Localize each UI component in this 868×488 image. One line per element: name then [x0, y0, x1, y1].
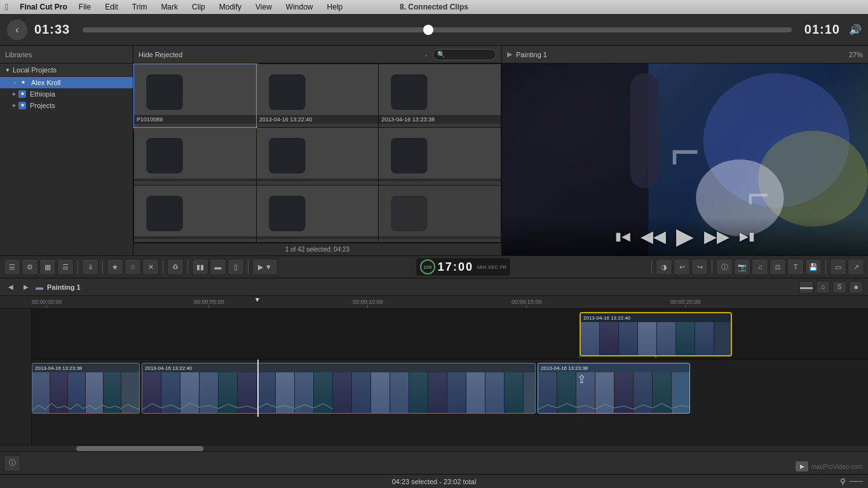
browser: Hide Rejected ⌄ P10100892013-04-16 13:22… — [133, 46, 502, 255]
grid-view-btn[interactable]: ▦ — [39, 259, 56, 275]
zoom-slider[interactable]: ─── — [850, 478, 863, 485]
back-button[interactable]: ‹ — [6, 19, 28, 41]
import-btn[interactable]: ⇓ — [82, 259, 98, 275]
reject-btn[interactable]: ✕ — [142, 259, 159, 275]
clip-info-btn[interactable]: ⓘ — [4, 455, 20, 471]
browser-clip-2[interactable]: 2013-04-16 13:23:38 — [379, 64, 501, 127]
tl-appearance-btn[interactable]: ▬▬ — [799, 281, 813, 294]
menu-modify[interactable]: Modify — [217, 2, 244, 12]
clip-v2-btn[interactable]: ▬ — [210, 259, 226, 275]
select-tool-btn[interactable]: ▶ ▼ — [252, 259, 278, 275]
undo-btn[interactable]: ↩ — [674, 259, 690, 275]
toggle-libraries-btn[interactable]: ☰ — [4, 259, 20, 275]
browser-clip-6[interactable] — [134, 186, 256, 242]
timecode-right: 01:10 — [804, 22, 840, 37]
app-name[interactable]: Final Cut Pro — [20, 3, 67, 11]
watermark: ▶ macProVideo.com — [796, 461, 863, 471]
viewer-canvas: ⌐ ⌐ ▮◀ ◀◀ ▶ ▶▶ ▶▮ — [502, 64, 868, 255]
browser-settings-btn[interactable]: ⚙ — [22, 259, 38, 275]
scrubber-handle[interactable] — [423, 25, 433, 35]
unfavorite-btn[interactable]: ☆ — [125, 259, 141, 275]
sidebar-local-projects[interactable]: ▼ Local Projects — [0, 64, 133, 77]
watermark-icon: ▶ — [796, 461, 808, 471]
clip-mid[interactable]: 2013-04-16 13:22:40 — [142, 363, 536, 414]
clip-right[interactable]: 2013-04-16 13:23:38 — [538, 363, 690, 414]
menu-clip[interactable]: Clip — [189, 2, 208, 12]
menu-file[interactable]: File — [76, 2, 93, 12]
browser-clip-1[interactable]: 2013-04-16 13:22:40 — [257, 64, 379, 127]
goto-end-icon[interactable]: ▶▮ — [740, 229, 755, 243]
redo-btn[interactable]: ↪ — [691, 259, 708, 275]
film-frame — [333, 372, 352, 413]
menu-trim[interactable]: Trim — [130, 2, 150, 12]
connected-clip[interactable]: 2013-04-16 13:22:40 — [580, 312, 732, 356]
zoom-out-icon[interactable]: ⚲ — [840, 477, 846, 486]
text-btn[interactable]: T — [787, 259, 804, 275]
correction-btn[interactable]: ♻ — [167, 259, 184, 275]
browser-clip-4[interactable] — [257, 128, 379, 184]
volume-icon[interactable]: 🔊 — [849, 24, 862, 36]
tc-circle: 100 — [420, 259, 435, 274]
toolbar-row: ☰ ⚙ ▦ ☰ ⇓ ★ ☆ ✕ ♻ ▮▮ ▬ ▯ ▶ ▼ 100 17:00 M… — [0, 255, 868, 278]
watermark-text: macProVideo.com — [811, 463, 863, 470]
clip-left[interactable]: 2013-04-16 13:23:38 — [32, 363, 140, 414]
tl-header-right: ▬▬ ♫ S ■ — [799, 281, 863, 294]
toolbar-sep-1 — [78, 260, 78, 274]
clip-thumb-label-5 — [379, 179, 501, 181]
sidebar-libraries-label: Libraries — [5, 51, 32, 58]
tl-waveform-btn[interactable]: ♫ — [816, 281, 830, 294]
fast-forward-icon[interactable]: ▶▶ — [704, 227, 729, 247]
clip-thumb-img-7 — [257, 186, 379, 236]
browser-grid: P10100892013-04-16 13:22:402013-04-16 13… — [133, 64, 501, 243]
sidebar-item-alex-kroll[interactable]: ▼ ★ Alex Kroll — [0, 77, 133, 88]
favorite-btn[interactable]: ★ — [107, 259, 123, 275]
local-projects-label: Local Projects — [13, 66, 57, 74]
tl-next-btn[interactable]: ▶ — [20, 281, 32, 293]
tl-snapping-btn[interactable]: ■ — [849, 281, 863, 294]
sidebar-item-ethiopia[interactable]: ▶ ★ Ethiopia — [0, 88, 133, 100]
apple-logo-icon[interactable]:  — [5, 2, 8, 12]
menu-window[interactable]: Window — [283, 2, 316, 12]
menu-edit[interactable]: Edit — [102, 2, 121, 12]
browser-clip-0[interactable]: P1010089 — [134, 64, 256, 127]
filter-indicator: ⌄ — [424, 51, 429, 58]
menu-mark[interactable]: Mark — [158, 2, 180, 12]
share-btn[interactable]: ↗ — [848, 259, 864, 275]
clip-thumb-img-4 — [257, 128, 379, 179]
audio-btn[interactable]: ♫ — [752, 259, 768, 275]
timeline-scroll-handle[interactable] — [76, 446, 203, 451]
menu-help[interactable]: Help — [325, 2, 346, 12]
clip-left-header: 2013-04-16 13:23:38 — [32, 363, 139, 372]
browser-clip-3[interactable] — [134, 128, 256, 184]
rewind-icon[interactable]: ◀◀ — [641, 227, 666, 247]
sidebar-item-projects[interactable]: ▶ ★ Projects — [0, 100, 133, 111]
expand-icon: ▼ — [13, 81, 17, 85]
clip-thumb-label-3 — [134, 179, 256, 181]
camera-btn[interactable]: 📷 — [734, 259, 750, 275]
star-icon-eth: ★ — [18, 90, 26, 98]
list-view-btn[interactable]: ☰ — [57, 259, 74, 275]
menu-view[interactable]: View — [253, 2, 275, 12]
browser-clip-8[interactable] — [379, 186, 501, 242]
effects-btn[interactable]: ⚖ — [770, 259, 786, 275]
tl-skimming-btn[interactable]: S — [832, 281, 846, 294]
tc-sub-labels: MIN SEC FR — [477, 264, 506, 270]
inspector-btn[interactable]: ⓘ — [716, 259, 733, 275]
timeline-scrollbar[interactable] — [0, 445, 868, 451]
goto-start-icon[interactable]: ▮◀ — [615, 229, 630, 243]
clip-appearance-btn[interactable]: ▮▮ — [192, 259, 208, 275]
play-icon[interactable]: ▶ — [676, 223, 694, 250]
expand-icon-eth: ▶ — [13, 92, 16, 97]
film-frame — [695, 322, 714, 355]
browser-clip-5[interactable] — [379, 128, 501, 184]
generator-btn[interactable]: 💾 — [805, 259, 822, 275]
clip-v3-btn[interactable]: ▯ — [227, 259, 244, 275]
film-frame — [428, 372, 447, 413]
color-correction-btn[interactable]: ◑ — [656, 259, 672, 275]
tl-prev-btn[interactable]: ◀ — [5, 281, 17, 293]
film-frame — [657, 322, 676, 355]
scrubber-bar[interactable] — [83, 27, 792, 32]
browser-clip-7[interactable] — [257, 186, 379, 242]
layout-btn[interactable]: ▭ — [830, 259, 846, 275]
search-input[interactable] — [433, 49, 496, 60]
